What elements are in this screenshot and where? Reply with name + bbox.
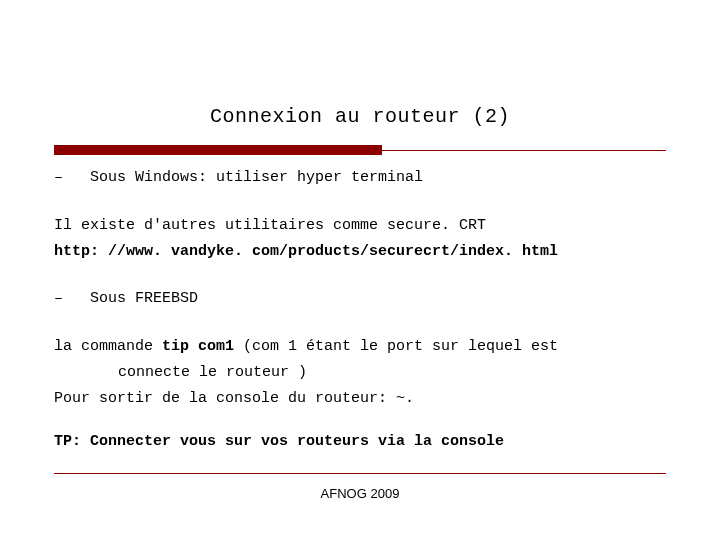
footer-rule xyxy=(54,473,666,474)
para-exit: Pour sortir de la console du routeur: ~. xyxy=(54,388,666,410)
para-tp: TP: Connecter vous sur vos routeurs via … xyxy=(54,431,666,453)
footer-text: AFNOG 2009 xyxy=(0,485,720,504)
para-command-line1: la commande tip com1 (com 1 étant le por… xyxy=(54,336,666,358)
spacer xyxy=(54,314,666,336)
cmd-bold: tip com1 xyxy=(162,338,243,355)
bullet-2: – Sous FREEBSD xyxy=(54,288,666,314)
para-utilities: Il existe d'autres utilitaires comme sec… xyxy=(54,215,666,237)
spacer xyxy=(54,193,666,215)
cmd-suffix: (com 1 étant le port sur lequel est xyxy=(243,338,558,355)
bullet-1: – Sous Windows: utiliser hyper terminal xyxy=(54,167,666,193)
title-rule xyxy=(0,145,720,155)
para-url: http: //www. vandyke. com/products/secur… xyxy=(54,241,666,263)
spacer xyxy=(54,413,666,431)
bullet-dash-icon: – xyxy=(54,288,90,314)
rule-thick xyxy=(54,145,382,155)
bullet-dash-icon: – xyxy=(54,167,90,193)
slide-container: Connexion au routeur (2) – Sous Windows:… xyxy=(0,0,720,540)
cmd-prefix: la commande xyxy=(54,338,162,355)
slide-title: Connexion au routeur (2) xyxy=(0,0,720,131)
spacer xyxy=(54,266,666,288)
slide-content: – Sous Windows: utiliser hyper terminal … xyxy=(0,155,720,453)
bullet-1-text: Sous Windows: utiliser hyper terminal xyxy=(90,167,423,189)
para-command-cont: connecte le routeur ) xyxy=(54,362,666,384)
bullet-2-text: Sous FREEBSD xyxy=(90,288,198,310)
